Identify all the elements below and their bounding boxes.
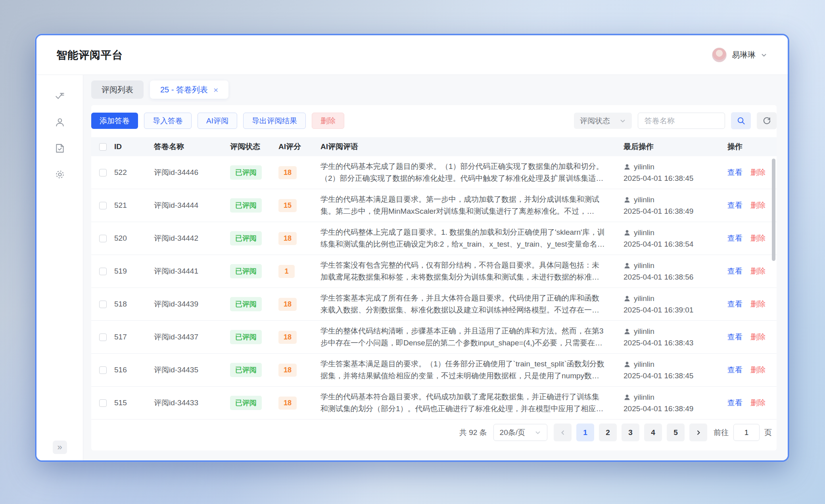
sidebar-item-settings-icon[interactable]	[55, 169, 65, 180]
score-badge: 18	[278, 397, 297, 410]
row-name: 评阅id-34433	[154, 398, 230, 408]
user-menu[interactable]: 易琳琳	[712, 48, 767, 62]
app-header: 智能评阅平台 易琳琳	[36, 35, 788, 75]
row-comment: 学生的整体代码结构清晰，步骤基本正确，并且适用了正确的库和方法。然而，在第3步中…	[320, 325, 624, 349]
export-results-button[interactable]: 导出评阅结果	[243, 113, 306, 129]
delete-link[interactable]: 删除	[750, 266, 766, 276]
avatar[interactable]	[712, 48, 727, 62]
row-checkbox[interactable]	[99, 202, 107, 209]
row-checkbox[interactable]	[99, 169, 107, 176]
row-name: 评阅id-34439	[154, 299, 230, 309]
tab-answer-sheet-list[interactable]: 25 - 答卷列表 ×	[150, 80, 228, 99]
import-answer-button[interactable]: 导入答卷	[144, 113, 192, 129]
delete-link[interactable]: 删除	[750, 233, 766, 243]
person-icon	[624, 163, 631, 171]
ai-review-button[interactable]: AI评阅	[198, 113, 237, 129]
row-comment: 学生的代码整体上完成了题目要求。1. 数据集的加载和划分正确使用了'sklear…	[320, 226, 624, 251]
column-header-status: 评阅状态	[230, 142, 278, 152]
row-id: 519	[114, 267, 154, 276]
status-badge: 已评阅	[230, 363, 262, 377]
sidebar-expand-button[interactable]: »	[53, 441, 67, 454]
chevron-right-icon	[695, 429, 702, 436]
score-badge: 1	[278, 265, 295, 278]
row-name: 评阅id-34435	[154, 365, 230, 375]
view-link[interactable]: 查看	[727, 398, 742, 408]
page-button-3[interactable]: 3	[622, 424, 639, 441]
delete-link[interactable]: 删除	[750, 332, 766, 342]
content-panel: 添加答卷 导入答卷 AI评阅 导出评阅结果 删除 评阅状态	[91, 105, 777, 450]
add-answer-button[interactable]: 添加答卷	[91, 113, 138, 129]
row-checkbox[interactable]	[99, 366, 107, 374]
select-all-checkbox[interactable]	[99, 143, 107, 151]
operator-name: yilinlin	[634, 163, 654, 171]
search-button[interactable]	[731, 112, 751, 129]
tab-review-list[interactable]: 评阅列表	[91, 80, 144, 99]
operator-name: yilinlin	[634, 360, 654, 369]
row-checkbox[interactable]	[99, 333, 107, 341]
operation-time: 2025-04-01 16:39:01	[624, 306, 727, 314]
delete-link[interactable]: 删除	[750, 200, 766, 211]
person-icon	[624, 394, 631, 401]
score-badge: 18	[278, 166, 297, 179]
operation-time: 2025-04-01 16:38:56	[624, 273, 727, 282]
tab-label: 评阅列表	[102, 84, 133, 95]
view-link[interactable]: 查看	[727, 266, 742, 276]
operator-name: yilinlin	[634, 228, 654, 237]
goto-label: 前往	[714, 427, 729, 438]
table-body: 522 评阅id-34446 已评阅 18 学生的代码基本完成了题目的要求。（1…	[91, 156, 777, 416]
view-link[interactable]: 查看	[727, 365, 742, 375]
status-badge: 已评阅	[230, 198, 262, 213]
row-comment: 学生答案基本满足题目的要求。（1）任务部分正确使用了`train_test_sp…	[320, 358, 624, 382]
refresh-button[interactable]	[757, 112, 777, 129]
search-input[interactable]	[638, 113, 725, 129]
operator-name: yilinlin	[634, 261, 654, 270]
view-link[interactable]: 查看	[727, 332, 742, 342]
sidebar-item-document-check-icon[interactable]	[55, 143, 65, 153]
delete-link[interactable]: 删除	[750, 167, 766, 178]
prev-page-button[interactable]	[554, 424, 572, 441]
column-header-lastop: 最后操作	[624, 142, 727, 152]
status-badge: 已评阅	[230, 297, 262, 311]
table-row: 521 评阅id-34444 已评阅 15 学生的代码基本满足题目要求。第一步中…	[91, 189, 777, 222]
goto-page-input[interactable]	[733, 424, 760, 441]
row-id: 520	[114, 234, 154, 243]
review-status-select[interactable]: 评阅状态	[574, 113, 632, 129]
row-id: 515	[114, 399, 154, 407]
page-title: 智能评阅平台	[56, 48, 123, 62]
row-checkbox[interactable]	[99, 268, 107, 275]
row-id: 522	[114, 168, 154, 177]
chevron-down-icon	[761, 52, 767, 58]
row-name: 评阅id-34444	[154, 200, 230, 211]
next-page-button[interactable]	[689, 424, 707, 441]
delete-link[interactable]: 删除	[750, 365, 766, 375]
page-size-select[interactable]: 20条/页	[493, 424, 547, 441]
table-row: 522 评阅id-34446 已评阅 18 学生的代码基本完成了题目的要求。（1…	[91, 156, 777, 189]
row-checkbox[interactable]	[99, 235, 107, 242]
row-checkbox[interactable]	[99, 399, 107, 407]
operator-name: yilinlin	[634, 393, 654, 402]
view-link[interactable]: 查看	[727, 200, 742, 211]
page-button-1[interactable]: 1	[576, 424, 594, 441]
table-row: 520 评阅id-34442 已评阅 18 学生的代码整体上完成了题目要求。1.…	[91, 222, 777, 255]
view-link[interactable]: 查看	[727, 167, 742, 178]
delete-link[interactable]: 删除	[750, 398, 766, 408]
delete-link[interactable]: 删除	[750, 299, 766, 309]
close-icon[interactable]: ×	[213, 86, 218, 94]
chevron-left-icon	[560, 429, 566, 436]
sidebar-item-review-checklist-icon[interactable]	[55, 91, 65, 101]
column-header-actions: 操作	[727, 142, 777, 152]
row-comment: 学生的代码基本完成了题目的要求。（1）部分代码正确实现了数据集的加载和切分。（2…	[320, 161, 624, 185]
status-badge: 已评阅	[230, 396, 262, 410]
vertical-scrollbar[interactable]	[772, 159, 775, 261]
view-link[interactable]: 查看	[727, 233, 742, 243]
row-id: 516	[114, 366, 154, 374]
delete-button[interactable]: 删除	[312, 113, 344, 129]
page-button-5[interactable]: 5	[667, 424, 685, 441]
sidebar-item-user-icon[interactable]	[55, 117, 65, 127]
operation-time: 2025-04-01 16:38:49	[624, 404, 727, 413]
page-button-2[interactable]: 2	[599, 424, 617, 441]
view-link[interactable]: 查看	[727, 299, 742, 309]
page-button-4[interactable]: 4	[644, 424, 662, 441]
row-checkbox[interactable]	[99, 301, 107, 308]
row-name: 评阅id-34442	[154, 233, 230, 243]
